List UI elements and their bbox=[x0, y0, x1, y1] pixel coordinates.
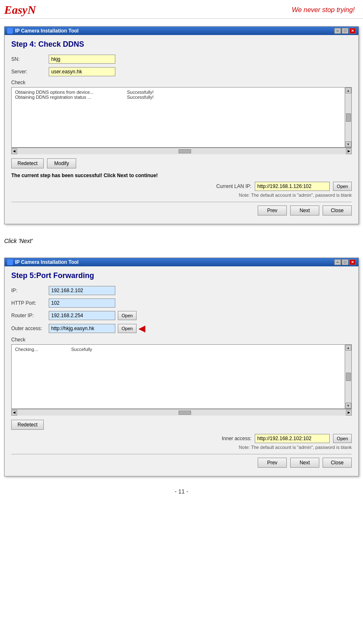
window2: IP Camera Installation Tool − □ ✕ Step 5… bbox=[4, 258, 359, 476]
close-x-btn-2[interactable]: ✕ bbox=[349, 259, 356, 265]
restore-btn-2[interactable]: □ bbox=[342, 259, 348, 265]
check-box-2: Checking... Succefully ▲ ▼ bbox=[11, 344, 352, 409]
scroll-right-2[interactable]: ▶ bbox=[346, 410, 352, 416]
win-content-2: Step 5:Port Forwarding IP: HTTP Port: Ro… bbox=[5, 266, 358, 476]
scrollbar-v-2[interactable]: ▲ ▼ bbox=[345, 345, 351, 408]
sn-input[interactable] bbox=[49, 55, 115, 64]
lan-ip-input-1[interactable] bbox=[255, 182, 330, 191]
inner-access-input[interactable] bbox=[255, 434, 330, 443]
check-line-1-text: Obtaining DDNS options from device... bbox=[15, 90, 94, 95]
window1: IP Camera Installation Tool − □ ✕ Step 4… bbox=[4, 26, 359, 224]
minimize-btn-1[interactable]: − bbox=[334, 28, 341, 34]
outer-access-label: Outer access: bbox=[11, 326, 49, 331]
note-text-2: Note: The default account is "admin", pa… bbox=[11, 445, 352, 450]
sn-label: SN: bbox=[11, 56, 49, 62]
check-box-wrapper-1: Obtaining DDNS options from device... Ob… bbox=[11, 87, 352, 154]
check-texts-2: Checking... bbox=[15, 347, 38, 352]
close-btn-1[interactable]: Close bbox=[323, 205, 352, 216]
between-text: Click 'Next' bbox=[0, 232, 363, 250]
scroll-up-1[interactable]: ▲ bbox=[346, 88, 351, 93]
scroll-right-1[interactable]: ▶ bbox=[346, 148, 352, 154]
restore-btn-1[interactable]: □ bbox=[342, 28, 348, 34]
ip-input[interactable] bbox=[49, 286, 115, 295]
ip-label: IP: bbox=[11, 288, 49, 293]
redetect-btn-1[interactable]: Redetect bbox=[11, 158, 44, 168]
scroll-thumb-v-2[interactable] bbox=[346, 373, 351, 381]
window-icon-1 bbox=[7, 28, 13, 34]
window-title-2: IP Camera Installation Tool bbox=[15, 259, 79, 265]
router-open-btn[interactable]: Open bbox=[118, 311, 137, 320]
outer-access-input[interactable] bbox=[49, 324, 115, 333]
scrollbar-h-1[interactable]: ◀ ▶ bbox=[11, 148, 352, 154]
action-btn-row-1: Redetect Modify bbox=[11, 158, 352, 168]
action-btn-row-2: Redetect bbox=[11, 420, 352, 430]
close-x-btn-1[interactable]: ✕ bbox=[349, 28, 356, 34]
scroll-up-2[interactable]: ▲ bbox=[346, 345, 351, 351]
inner-open-btn[interactable]: Open bbox=[333, 434, 352, 443]
window-icon-2 bbox=[7, 259, 13, 265]
arrow-indicator: ◀ bbox=[139, 323, 145, 333]
check-content-1: Obtaining DDNS options from device... Ob… bbox=[15, 90, 344, 100]
check-results-2: Succefully bbox=[71, 347, 92, 352]
scroll-thumb-v-1[interactable] bbox=[346, 113, 351, 122]
step-title-2: Step 5:Port Forwarding bbox=[11, 271, 352, 280]
http-port-row: HTTP Port: bbox=[11, 298, 352, 308]
scroll-thumb-h-1[interactable] bbox=[179, 149, 191, 153]
check-texts-1: Obtaining DDNS options from device... Ob… bbox=[15, 90, 94, 100]
modify-btn-1[interactable]: Modify bbox=[47, 158, 76, 168]
minimize-btn-2[interactable]: − bbox=[334, 259, 341, 265]
footer: - 11 - bbox=[0, 484, 363, 499]
scrollbar-h-2[interactable]: ◀ ▶ bbox=[11, 409, 352, 416]
http-port-label: HTTP Port: bbox=[11, 300, 49, 306]
title-bar-1: IP Camera Installation Tool − □ ✕ bbox=[5, 27, 358, 35]
prev-btn-2[interactable]: Prev bbox=[258, 458, 287, 468]
nav-separator-2 bbox=[11, 454, 352, 454]
scroll-thumb-h-2[interactable] bbox=[179, 411, 191, 415]
outer-open-btn[interactable]: Open bbox=[118, 324, 137, 333]
next-btn-2[interactable]: Next bbox=[290, 458, 319, 468]
check-line-1-result-2: Succefully bbox=[71, 347, 92, 352]
title-bar-left-2: IP Camera Installation Tool bbox=[7, 259, 79, 265]
check-line-2-text: Obtaining DDNS registration status ... bbox=[15, 95, 94, 100]
check-results-1: Successfully! Successfully! bbox=[127, 90, 154, 100]
title-bar-left-1: IP Camera Installation Tool bbox=[7, 28, 79, 34]
lan-ip-row-1: Current LAN IP: Open bbox=[11, 182, 352, 191]
check-line-1-result: Successfully! bbox=[127, 90, 154, 95]
inner-access-row: Inner access: Open bbox=[11, 434, 352, 443]
router-ip-input[interactable] bbox=[49, 311, 115, 320]
window-title-1: IP Camera Installation Tool bbox=[15, 28, 79, 34]
prev-btn-1[interactable]: Prev bbox=[258, 205, 287, 216]
nav-row-2: Prev Next Close bbox=[11, 458, 352, 471]
win-content-1: Step 4: Check DDNS SN: Server: Check Obt… bbox=[5, 35, 358, 224]
scroll-left-2[interactable]: ◀ bbox=[11, 410, 17, 416]
redetect-btn-2[interactable]: Redetect bbox=[11, 420, 44, 430]
outer-access-row: Outer access: Open ◀ bbox=[11, 323, 352, 333]
http-port-input[interactable] bbox=[49, 298, 115, 308]
server-input[interactable] bbox=[49, 67, 115, 76]
check-line-1-text-2: Checking... bbox=[15, 347, 38, 352]
scroll-left-1[interactable]: ◀ bbox=[11, 148, 17, 154]
success-msg-1: The current step has been successful! Cl… bbox=[11, 173, 352, 178]
server-row: Server: bbox=[11, 67, 352, 76]
lan-ip-label-1: Current LAN IP: bbox=[216, 183, 251, 189]
check-label-1: Check bbox=[11, 80, 352, 85]
ip-row: IP: bbox=[11, 286, 352, 295]
check-box-wrapper-2: Checking... Succefully ▲ ▼ ◀ ▶ bbox=[11, 344, 352, 416]
sn-row: SN: bbox=[11, 55, 352, 64]
scrollbar-v-1[interactable]: ▲ ▼ bbox=[345, 88, 351, 147]
inner-access-label: Inner access: bbox=[222, 436, 251, 441]
nav-separator-1 bbox=[11, 202, 352, 202]
step-title-1: Step 4: Check DDNS bbox=[11, 40, 352, 49]
close-btn-2[interactable]: Close bbox=[323, 458, 352, 468]
router-ip-label: Router IP: bbox=[11, 313, 49, 318]
scroll-down-1[interactable]: ▼ bbox=[346, 141, 351, 147]
open-btn-1[interactable]: Open bbox=[333, 182, 352, 191]
title-bar-2: IP Camera Installation Tool − □ ✕ bbox=[5, 258, 358, 266]
title-bar-controls-1: − □ ✕ bbox=[334, 28, 356, 34]
title-bar-controls-2: − □ ✕ bbox=[334, 259, 356, 265]
next-btn-1[interactable]: Next bbox=[290, 205, 319, 216]
server-label: Server: bbox=[11, 69, 49, 75]
logo: EasyN bbox=[4, 3, 36, 17]
check-content-2: Checking... Succefully bbox=[15, 347, 344, 352]
scroll-down-2[interactable]: ▼ bbox=[346, 403, 351, 408]
